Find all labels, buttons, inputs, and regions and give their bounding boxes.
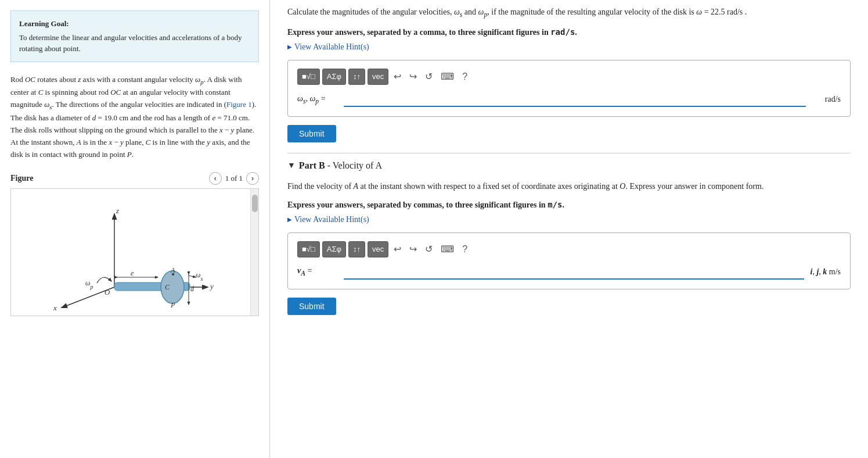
- right-panel: Calculate the magnitudes of the angular …: [270, 0, 868, 458]
- svg-point-10: [161, 271, 184, 303]
- refresh-btn-partB[interactable]: ↺: [422, 241, 435, 257]
- symbols-btn-partB[interactable]: ΑΣφ: [322, 241, 346, 257]
- figure-next-button[interactable]: ›: [246, 172, 259, 185]
- input-label-partA: ωs, ωp =: [297, 94, 338, 105]
- svg-text:A: A: [170, 266, 175, 274]
- submit-btn-partB[interactable]: Submit: [287, 298, 336, 315]
- redo-btn-partA[interactable]: ↪: [406, 69, 420, 85]
- figure-section: Figure ‹ 1 of 1 › z x y O: [10, 172, 259, 316]
- left-panel: Learning Goal: To determine the linear a…: [0, 0, 270, 458]
- part-b-question-text: Find the velocity of A at the instant sh…: [287, 180, 851, 193]
- learning-goal-box: Learning Goal: To determine the linear a…: [10, 10, 259, 62]
- matrix-btn-partA[interactable]: ■√□: [297, 69, 320, 85]
- part-b-label: Part B - Velocity of A: [299, 160, 382, 171]
- divider-partB: [287, 153, 851, 153]
- figure-prev-button[interactable]: ‹: [209, 172, 222, 185]
- problem-text: Rod OC rotates about z axis with a const…: [10, 74, 259, 161]
- help-btn-partA[interactable]: ?: [459, 69, 470, 85]
- input-unit-partB: i, j, k m/s: [810, 267, 841, 277]
- scrollbar-thumb[interactable]: [252, 195, 258, 212]
- top-question-text: Calculate the magnitudes of the angular …: [287, 6, 851, 20]
- express-text-partA: Express your answers, separated by a com…: [287, 27, 851, 37]
- svg-text:z: z: [116, 206, 119, 215]
- submit-btn-partA[interactable]: Submit: [287, 125, 336, 142]
- redo-btn-partB[interactable]: ↪: [406, 241, 420, 257]
- input-row-partA: ωs, ωp = rad/s: [297, 92, 841, 107]
- figure-scrollbar[interactable]: [250, 189, 258, 316]
- svg-line-18: [189, 275, 196, 277]
- help-btn-partB[interactable]: ?: [459, 241, 470, 257]
- answer-input-partA[interactable]: [344, 92, 806, 107]
- arrows-btn-partA[interactable]: ↕↑: [348, 69, 365, 85]
- keyboard-btn-partB[interactable]: ⌨: [438, 241, 457, 257]
- answer-box-partB: ■√□ ΑΣφ ↕↑ vec ↩ ↪ ↺ ⌨ ? vA = i, j, k m/…: [287, 232, 851, 289]
- refresh-btn-partA[interactable]: ↺: [422, 69, 435, 85]
- hint-link-partA[interactable]: View Available Hint(s): [287, 42, 369, 52]
- vec-btn-partB[interactable]: vec: [368, 241, 388, 257]
- undo-btn-partA[interactable]: ↩: [391, 69, 404, 85]
- part-b-arrow[interactable]: ▼: [287, 161, 296, 170]
- undo-btn-partB[interactable]: ↩: [391, 241, 404, 257]
- figure-nav[interactable]: ‹ 1 of 1 ›: [209, 172, 259, 185]
- toolbar-partA: ■√□ ΑΣφ ↕↑ vec ↩ ↪ ↺ ⌨ ?: [297, 69, 841, 85]
- hint-link-partB[interactable]: View Available Hint(s): [287, 215, 369, 224]
- learning-goal-title: Learning Goal:: [19, 18, 250, 30]
- figure-diagram: z x y O e A: [10, 188, 259, 316]
- input-label-partB: vA =: [297, 266, 338, 277]
- svg-text:e: e: [131, 269, 134, 277]
- svg-text:x: x: [53, 303, 57, 312]
- learning-goal-text: To determine the linear and angular velo…: [19, 32, 250, 55]
- svg-text:ωp: ωp: [85, 279, 93, 290]
- svg-text:C: C: [165, 283, 170, 291]
- keyboard-btn-partA[interactable]: ⌨: [438, 69, 457, 85]
- matrix-btn-partB[interactable]: ■√□: [297, 241, 320, 257]
- express-text-partB: Express your answers, separated by comma…: [287, 200, 851, 210]
- svg-text:y: y: [209, 282, 214, 291]
- input-unit-partA: rad/s: [812, 95, 841, 104]
- svg-text:d: d: [190, 285, 195, 293]
- answer-box-partA: ■√□ ΑΣφ ↕↑ vec ↩ ↪ ↺ ⌨ ? ωs, ωp = rad/s: [287, 60, 851, 117]
- answer-input-partB[interactable]: [344, 264, 804, 280]
- symbols-btn-partA[interactable]: ΑΣφ: [322, 69, 346, 85]
- svg-text:P: P: [170, 301, 175, 309]
- vec-btn-partA[interactable]: vec: [368, 69, 388, 85]
- svg-point-12: [172, 273, 174, 275]
- svg-text:O: O: [105, 288, 110, 296]
- figure-title: Figure: [10, 174, 33, 183]
- input-row-partB: vA = i, j, k m/s: [297, 264, 841, 280]
- svg-text:ωs: ωs: [196, 271, 203, 282]
- diagram-svg: z x y O e A: [27, 191, 242, 313]
- part-b-header: ▼ Part B - Velocity of A: [287, 160, 851, 171]
- toolbar-partB: ■√□ ΑΣφ ↕↑ vec ↩ ↪ ↺ ⌨ ?: [297, 241, 841, 257]
- arrows-btn-partB[interactable]: ↕↑: [348, 241, 365, 257]
- figure-page: 1 of 1: [225, 174, 243, 183]
